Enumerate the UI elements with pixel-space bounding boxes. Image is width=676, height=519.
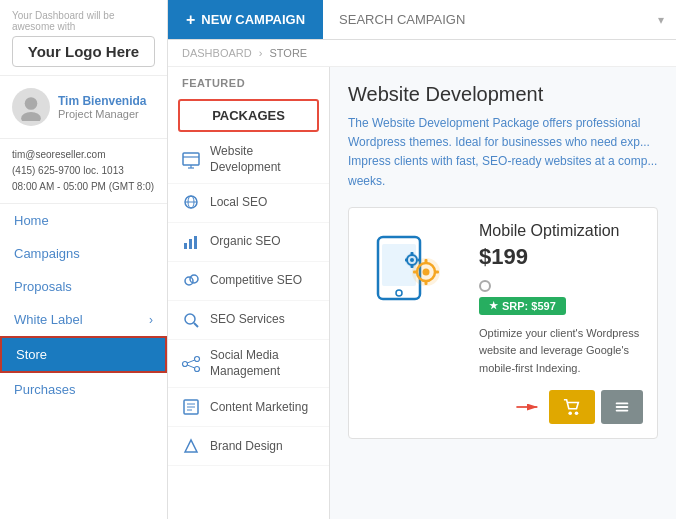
svg-point-37 bbox=[410, 258, 414, 262]
svg-rect-31 bbox=[425, 259, 428, 263]
svg-rect-34 bbox=[435, 270, 439, 273]
local-seo-icon bbox=[180, 192, 202, 214]
list-item[interactable]: Brand Design bbox=[168, 427, 329, 466]
search-input[interactable] bbox=[339, 12, 660, 27]
plus-icon: + bbox=[186, 11, 195, 29]
svg-point-0 bbox=[25, 97, 38, 110]
svg-point-12 bbox=[185, 277, 193, 285]
svg-line-19 bbox=[187, 360, 195, 363]
svg-rect-40 bbox=[405, 258, 408, 261]
sidebar-nav: Home Campaigns Proposals White Label › S… bbox=[0, 204, 167, 519]
svg-point-1 bbox=[21, 112, 41, 121]
srp-badge: SRP: $597 bbox=[479, 297, 566, 315]
svg-rect-11 bbox=[194, 236, 197, 249]
product-card: Mobile Optimization $199 SRP: $597 Optim… bbox=[348, 207, 658, 439]
user-hours: 08:00 AM - 05:00 PM (GMT 8:0) bbox=[12, 179, 155, 195]
sidebar-item-campaigns[interactable]: Campaigns bbox=[0, 237, 167, 270]
section-desc: The Website Development Package offers p… bbox=[348, 114, 658, 191]
right-panel: Website Development The Website Developm… bbox=[330, 67, 676, 519]
breadcrumb-dashboard[interactable]: DASHBOARD bbox=[182, 47, 252, 59]
card-actions bbox=[479, 390, 643, 424]
svg-rect-41 bbox=[418, 258, 421, 261]
svg-point-44 bbox=[568, 411, 572, 415]
product-desc: Optimize your client's Wordpress website… bbox=[479, 325, 643, 378]
breadcrumb-separator: › bbox=[259, 47, 263, 59]
content-area: FEATURED PACKAGES Website Development Lo… bbox=[168, 67, 676, 519]
featured-label: FEATURED bbox=[168, 67, 329, 95]
svg-rect-32 bbox=[425, 281, 428, 285]
list-item[interactable]: SEO Services bbox=[168, 301, 329, 340]
svg-line-20 bbox=[187, 365, 195, 368]
svg-point-13 bbox=[190, 275, 198, 283]
svg-rect-33 bbox=[413, 270, 417, 273]
svg-rect-48 bbox=[616, 409, 629, 411]
user-profile: Tim Bienvenida Project Manager bbox=[0, 76, 167, 139]
user-phone: (415) 625-9700 loc. 1013 bbox=[12, 163, 155, 179]
product-name: Mobile Optimization bbox=[479, 222, 643, 240]
logo-box[interactable]: Your Logo Here bbox=[12, 36, 155, 67]
breadcrumb: DASHBOARD › STORE bbox=[168, 40, 676, 67]
competitive-seo-icon bbox=[180, 270, 202, 292]
organic-seo-icon bbox=[180, 231, 202, 253]
brand-design-icon bbox=[180, 435, 202, 457]
social-media-icon bbox=[180, 353, 202, 375]
svg-rect-10 bbox=[189, 239, 192, 249]
svg-point-16 bbox=[183, 361, 188, 366]
view-details-button[interactable] bbox=[601, 390, 643, 424]
user-role: Project Manager bbox=[58, 108, 146, 120]
svg-point-17 bbox=[195, 356, 200, 361]
svg-rect-2 bbox=[183, 153, 199, 165]
avatar bbox=[12, 88, 50, 126]
add-to-cart-button[interactable] bbox=[549, 390, 595, 424]
sidebar-item-home[interactable]: Home bbox=[0, 204, 167, 237]
user-info: Tim Bienvenida Project Manager bbox=[58, 94, 146, 120]
chevron-down-icon: ▾ bbox=[658, 13, 664, 27]
left-panel: FEATURED PACKAGES Website Development Lo… bbox=[168, 67, 330, 519]
section-title: Website Development bbox=[348, 83, 658, 106]
svg-rect-39 bbox=[411, 265, 414, 268]
content-marketing-icon bbox=[180, 396, 202, 418]
logo-area: Your Dashboard will be awesome with Your… bbox=[0, 0, 167, 76]
product-image bbox=[363, 222, 463, 312]
user-email: tim@seoreseller.com bbox=[12, 147, 155, 163]
main-area: + NEW CAMPAIGN ▾ DASHBOARD › STORE FEATU… bbox=[168, 0, 676, 519]
search-area: ▾ bbox=[323, 0, 676, 39]
logo-sublabel: Your Dashboard will be awesome with bbox=[12, 10, 155, 32]
sidebar-item-purchases[interactable]: Purchases bbox=[0, 373, 167, 406]
sidebar-item-proposals[interactable]: Proposals bbox=[0, 270, 167, 303]
list-item[interactable]: Competitive SEO bbox=[168, 262, 329, 301]
sidebar-item-store[interactable]: Store bbox=[0, 336, 167, 373]
svg-rect-46 bbox=[616, 402, 629, 404]
breadcrumb-store: STORE bbox=[269, 47, 307, 59]
chevron-right-icon: › bbox=[149, 313, 153, 327]
list-item[interactable]: Content Marketing bbox=[168, 388, 329, 427]
svg-line-15 bbox=[194, 323, 198, 327]
svg-rect-47 bbox=[616, 406, 629, 408]
svg-rect-9 bbox=[184, 243, 187, 249]
arrow-indicator bbox=[515, 390, 543, 424]
srp-radio bbox=[479, 278, 643, 293]
contact-info: tim@seoreseller.com (415) 625-9700 loc. … bbox=[0, 139, 167, 204]
sidebar: Your Dashboard will be awesome with Your… bbox=[0, 0, 168, 519]
topbar: + NEW CAMPAIGN ▾ bbox=[168, 0, 676, 40]
svg-rect-38 bbox=[411, 252, 414, 255]
user-name: Tim Bienvenida bbox=[58, 94, 146, 108]
svg-point-14 bbox=[185, 314, 195, 324]
product-info: Mobile Optimization $199 SRP: $597 Optim… bbox=[479, 222, 643, 424]
svg-point-18 bbox=[195, 366, 200, 371]
list-item[interactable]: Organic SEO bbox=[168, 223, 329, 262]
seo-services-icon bbox=[180, 309, 202, 331]
list-item[interactable]: Social Media Management bbox=[168, 340, 329, 388]
svg-point-30 bbox=[423, 268, 430, 275]
packages-button[interactable]: PACKAGES bbox=[178, 99, 319, 132]
list-item[interactable]: Local SEO bbox=[168, 184, 329, 223]
web-icon bbox=[180, 149, 202, 171]
new-campaign-button[interactable]: + NEW CAMPAIGN bbox=[168, 0, 323, 39]
product-price: $199 bbox=[479, 244, 643, 270]
sidebar-item-white-label[interactable]: White Label › bbox=[0, 303, 167, 336]
list-item[interactable]: Website Development bbox=[168, 136, 329, 184]
svg-point-45 bbox=[575, 411, 579, 415]
